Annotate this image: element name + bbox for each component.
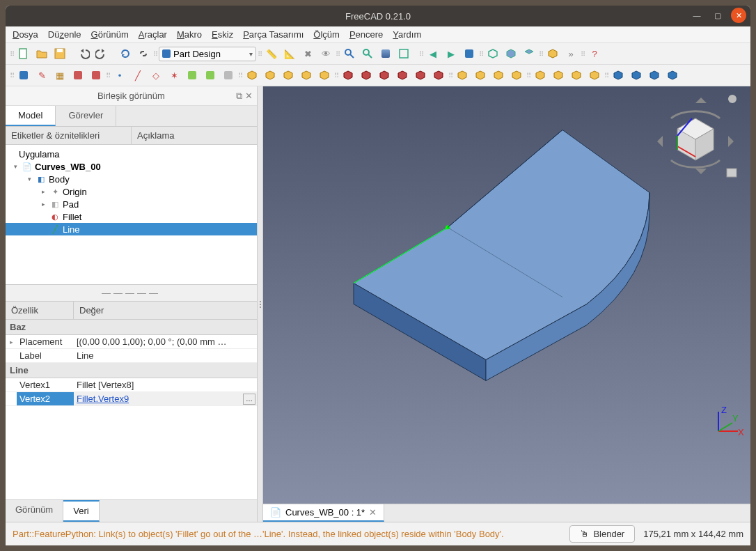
iso-view-button[interactable] <box>485 46 501 61</box>
save-file-button[interactable] <box>52 46 68 61</box>
tree-body[interactable]: ▾◧Body <box>6 173 257 185</box>
toolbar-grip[interactable]: ⠿ <box>238 72 242 79</box>
prop-more-button[interactable]: … <box>243 394 255 405</box>
tree-document[interactable]: ▾📄Curves_WB_00 <box>6 160 257 173</box>
menu-macro[interactable]: Makro <box>177 29 202 40</box>
tab-view[interactable]: Görünüm <box>6 500 63 522</box>
revolution-button[interactable] <box>262 68 278 83</box>
measure-linear-button[interactable]: 📏 <box>263 46 280 61</box>
menu-windows[interactable]: Pencere <box>349 29 383 40</box>
document-tab[interactable]: 📄 Curves_WB_00 : 1* ✕ <box>263 504 384 522</box>
panel-close-icon[interactable]: ✕ <box>245 91 253 102</box>
polar-pattern-button[interactable] <box>568 68 585 83</box>
bbox-button[interactable] <box>395 46 412 61</box>
window-maximize-button[interactable]: ▢ <box>710 8 725 23</box>
chamfer-button[interactable] <box>472 68 489 83</box>
toolbar-grip[interactable]: ⠿ <box>334 72 338 79</box>
sprocket-button[interactable] <box>646 68 663 83</box>
workbench-selector[interactable]: Part Design <box>159 47 256 61</box>
tree-header-desc[interactable]: Açıklama <box>132 127 257 144</box>
menu-help[interactable]: Yardım <box>393 29 421 40</box>
navigation-cube[interactable] <box>650 91 741 181</box>
window-close-button[interactable]: ✕ <box>731 8 746 23</box>
linear-pattern-button[interactable] <box>550 68 567 83</box>
tree-fillet[interactable]: ◐Fillet <box>6 210 257 223</box>
toolbar-grip[interactable]: ⠿ <box>258 50 262 58</box>
nav-right-button[interactable]: ▶ <box>443 46 459 61</box>
tree-pad[interactable]: ▸◧Pad <box>6 198 257 210</box>
sub-shape-binder-button[interactable] <box>202 68 219 83</box>
menu-edit[interactable]: Düzenle <box>48 29 81 40</box>
multi-transform-button[interactable] <box>586 68 603 83</box>
tree-line[interactable]: ╱Line <box>6 223 257 235</box>
thickness-button[interactable] <box>508 68 525 83</box>
boolean-button[interactable] <box>610 68 627 83</box>
sub-sweep-button[interactable] <box>412 68 429 83</box>
fillet-button[interactable] <box>454 68 471 83</box>
create-sketch-button[interactable]: ✎ <box>33 68 50 83</box>
sweep-button[interactable] <box>298 68 315 83</box>
prop-vertex2[interactable]: Vertex2Fillet.Vertex9… <box>6 392 257 406</box>
fit-all-button[interactable] <box>341 46 358 61</box>
prop-header-name[interactable]: Özellik <box>6 302 74 319</box>
hole-button[interactable] <box>358 68 375 83</box>
navigation-style-button[interactable]: 🖱 Blender <box>569 525 635 543</box>
draft-button[interactable] <box>490 68 507 83</box>
menu-sketch[interactable]: Eskiz <box>212 29 233 40</box>
toolbar-grip[interactable]: ⠿ <box>153 50 157 58</box>
loft-button[interactable] <box>280 68 297 83</box>
panel-detach-icon[interactable]: ⧉ <box>236 91 242 102</box>
prop-placement[interactable]: ▸Placement[(0,00 0,00 1,00); 0,00 °; (0,… <box>6 335 257 349</box>
sub-helix-button[interactable] <box>430 68 447 83</box>
gear-button[interactable] <box>664 68 681 83</box>
undo-button[interactable] <box>75 46 92 61</box>
panel-divider[interactable]: ————— <box>6 284 257 302</box>
helix-button[interactable] <box>316 68 333 83</box>
pocket-button[interactable] <box>340 68 356 83</box>
pad-button[interactable] <box>244 68 260 83</box>
prop-vertex1[interactable]: Vertex1Fillet [Vertex8] <box>6 378 257 392</box>
tree-header-labels[interactable]: Etiketler & öznitelikleri <box>6 127 132 144</box>
toolbar-grip[interactable]: ⠿ <box>539 50 543 58</box>
tab-model[interactable]: Model <box>6 106 56 126</box>
top-view-button[interactable] <box>521 46 537 61</box>
migrate-button[interactable] <box>628 68 645 83</box>
toolbar-grip[interactable]: ⠿ <box>336 50 340 58</box>
fit-selection-button[interactable] <box>359 46 376 61</box>
toolbar-grip[interactable]: ⠿ <box>479 50 483 58</box>
clone-button[interactable] <box>220 68 237 83</box>
mirrored-button[interactable] <box>532 68 549 83</box>
prop-label[interactable]: LabelLine <box>6 349 257 363</box>
datum-plane-button[interactable]: ◇ <box>148 68 164 83</box>
toolbar-overflow-button[interactable]: » <box>562 46 579 61</box>
toolbar-grip[interactable]: ⠿ <box>10 50 14 58</box>
create-body-button[interactable] <box>15 68 32 83</box>
whats-this-button[interactable]: ? <box>586 46 603 61</box>
datum-point-button[interactable]: • <box>111 68 128 83</box>
toolbar-grip[interactable]: ⠿ <box>581 50 585 58</box>
tree-app-root[interactable]: Uygulama <box>6 148 257 160</box>
nav-left-button[interactable]: ◀ <box>425 46 441 61</box>
part-cube-button[interactable] <box>544 46 561 61</box>
link-button[interactable] <box>135 46 152 61</box>
toolbar-grip[interactable]: ⠿ <box>526 72 530 79</box>
datum-line-button[interactable]: ╱ <box>129 68 146 83</box>
document-tab-close-icon[interactable]: ✕ <box>369 507 377 518</box>
tab-tasks[interactable]: Görevler <box>56 106 116 126</box>
prop-vertex2-link[interactable]: Fillet.Vertex9 <box>77 394 129 404</box>
toolbar-grip[interactable]: ⠿ <box>448 72 452 79</box>
prop-header-value[interactable]: Değer <box>74 302 257 319</box>
menu-measure[interactable]: Ölçüm <box>313 29 340 40</box>
validate-sketch-button[interactable] <box>88 68 104 83</box>
menu-partdesign[interactable]: Parça Tasarımı <box>243 29 304 40</box>
refresh-button[interactable] <box>117 46 134 61</box>
link-actions-button[interactable] <box>461 46 478 61</box>
measure-angle-button[interactable]: 📐 <box>281 46 298 61</box>
new-file-button[interactable] <box>15 46 32 61</box>
shape-binder-button[interactable] <box>184 68 200 83</box>
tab-data[interactable]: Veri <box>63 500 99 522</box>
draw-style-button[interactable] <box>377 46 394 61</box>
front-view-button[interactable] <box>503 46 519 61</box>
toolbar-grip[interactable]: ⠿ <box>10 72 14 79</box>
open-file-button[interactable] <box>33 46 50 61</box>
